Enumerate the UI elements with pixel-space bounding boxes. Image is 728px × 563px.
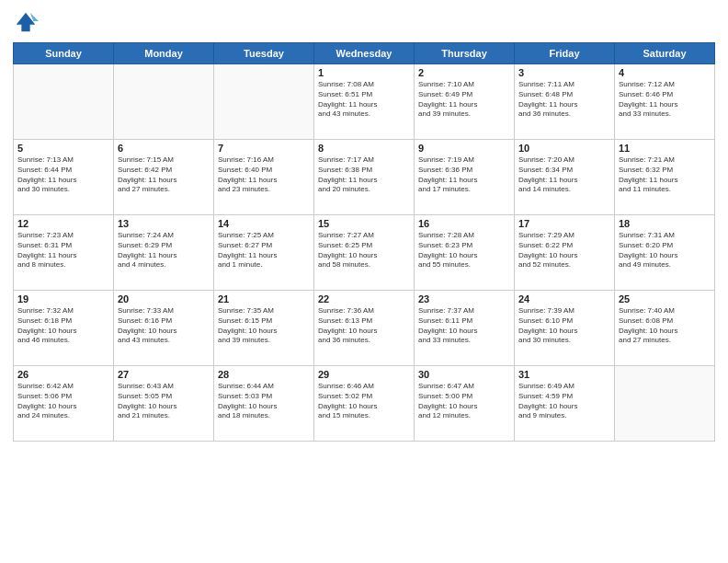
day-cell: 17Sunrise: 7:29 AM Sunset: 6:22 PM Dayli… [515, 215, 615, 291]
week-row-4: 26Sunrise: 6:42 AM Sunset: 5:06 PM Dayli… [14, 366, 715, 442]
day-number: 12 [17, 218, 109, 229]
day-info: Sunrise: 7:20 AM Sunset: 6:34 PM Dayligh… [518, 155, 610, 195]
day-number: 21 [218, 293, 310, 304]
day-cell: 19Sunrise: 7:32 AM Sunset: 6:18 PM Dayli… [14, 291, 114, 366]
day-cell: 22Sunrise: 7:36 AM Sunset: 6:13 PM Dayli… [314, 291, 415, 366]
day-cell: 28Sunrise: 6:44 AM Sunset: 5:03 PM Dayli… [214, 366, 314, 442]
day-cell: 12Sunrise: 7:23 AM Sunset: 6:31 PM Dayli… [14, 215, 114, 291]
day-info: Sunrise: 6:49 AM Sunset: 4:59 PM Dayligh… [518, 382, 610, 421]
day-info: Sunrise: 7:27 AM Sunset: 6:25 PM Dayligh… [318, 231, 410, 270]
day-info: Sunrise: 7:17 AM Sunset: 6:38 PM Dayligh… [318, 155, 410, 195]
day-cell: 18Sunrise: 7:31 AM Sunset: 6:20 PM Dayli… [615, 215, 715, 291]
week-row-2: 12Sunrise: 7:23 AM Sunset: 6:31 PM Dayli… [14, 215, 715, 291]
day-number: 2 [418, 67, 510, 78]
day-number: 15 [318, 218, 410, 229]
day-number: 19 [17, 293, 109, 304]
day-cell: 10Sunrise: 7:20 AM Sunset: 6:34 PM Dayli… [515, 140, 615, 215]
day-number: 1 [318, 67, 410, 78]
day-info: Sunrise: 7:12 AM Sunset: 6:46 PM Dayligh… [619, 80, 711, 120]
day-cell: 13Sunrise: 7:24 AM Sunset: 6:29 PM Dayli… [114, 215, 214, 291]
day-info: Sunrise: 7:28 AM Sunset: 6:23 PM Dayligh… [418, 231, 510, 270]
day-info: Sunrise: 6:47 AM Sunset: 5:00 PM Dayligh… [418, 382, 510, 421]
day-number: 28 [218, 369, 310, 380]
header-cell-friday: Friday [515, 43, 615, 64]
day-info: Sunrise: 7:23 AM Sunset: 6:31 PM Dayligh… [17, 231, 109, 270]
day-cell [615, 366, 715, 442]
day-cell: 1Sunrise: 7:08 AM Sunset: 6:51 PM Daylig… [314, 64, 415, 140]
day-cell: 11Sunrise: 7:21 AM Sunset: 6:32 PM Dayli… [615, 140, 715, 215]
day-cell: 31Sunrise: 6:49 AM Sunset: 4:59 PM Dayli… [515, 366, 615, 442]
day-cell: 8Sunrise: 7:17 AM Sunset: 6:38 PM Daylig… [314, 140, 415, 215]
day-info: Sunrise: 6:44 AM Sunset: 5:03 PM Dayligh… [218, 382, 310, 421]
day-cell: 21Sunrise: 7:35 AM Sunset: 6:15 PM Dayli… [214, 291, 314, 366]
header-cell-sunday: Sunday [14, 43, 114, 64]
day-number: 30 [418, 369, 510, 380]
day-info: Sunrise: 7:40 AM Sunset: 6:08 PM Dayligh… [619, 306, 711, 346]
day-info: Sunrise: 7:21 AM Sunset: 6:32 PM Dayligh… [619, 155, 711, 195]
day-info: Sunrise: 6:43 AM Sunset: 5:05 PM Dayligh… [118, 382, 210, 421]
day-number: 29 [318, 369, 410, 380]
header-cell-saturday: Saturday [615, 43, 715, 64]
day-info: Sunrise: 7:39 AM Sunset: 6:10 PM Dayligh… [518, 306, 610, 346]
day-number: 9 [418, 143, 510, 154]
day-number: 8 [318, 143, 410, 154]
day-info: Sunrise: 6:42 AM Sunset: 5:06 PM Dayligh… [17, 382, 109, 421]
day-cell: 14Sunrise: 7:25 AM Sunset: 6:27 PM Dayli… [214, 215, 314, 291]
day-number: 11 [619, 143, 711, 154]
day-info: Sunrise: 7:24 AM Sunset: 6:29 PM Dayligh… [118, 231, 210, 270]
day-number: 16 [418, 218, 510, 229]
day-cell: 7Sunrise: 7:16 AM Sunset: 6:40 PM Daylig… [214, 140, 314, 215]
header [13, 9, 715, 35]
day-info: Sunrise: 7:35 AM Sunset: 6:15 PM Dayligh… [218, 306, 310, 346]
day-cell: 29Sunrise: 6:46 AM Sunset: 5:02 PM Dayli… [314, 366, 415, 442]
day-cell [14, 64, 114, 140]
week-row-0: 1Sunrise: 7:08 AM Sunset: 6:51 PM Daylig… [14, 64, 715, 140]
day-number: 3 [518, 67, 610, 78]
day-cell: 20Sunrise: 7:33 AM Sunset: 6:16 PM Dayli… [114, 291, 214, 366]
week-row-3: 19Sunrise: 7:32 AM Sunset: 6:18 PM Dayli… [14, 291, 715, 366]
day-info: Sunrise: 7:36 AM Sunset: 6:13 PM Dayligh… [318, 306, 410, 346]
week-row-1: 5Sunrise: 7:13 AM Sunset: 6:44 PM Daylig… [14, 140, 715, 215]
day-number: 7 [218, 143, 310, 154]
header-cell-monday: Monday [114, 43, 214, 64]
day-cell: 5Sunrise: 7:13 AM Sunset: 6:44 PM Daylig… [14, 140, 114, 215]
day-info: Sunrise: 7:29 AM Sunset: 6:22 PM Dayligh… [518, 231, 610, 270]
day-number: 13 [118, 218, 210, 229]
day-cell: 3Sunrise: 7:11 AM Sunset: 6:48 PM Daylig… [515, 64, 615, 140]
day-number: 17 [518, 218, 610, 229]
day-info: Sunrise: 7:11 AM Sunset: 6:48 PM Dayligh… [518, 80, 610, 120]
day-cell: 6Sunrise: 7:15 AM Sunset: 6:42 PM Daylig… [114, 140, 214, 215]
logo [13, 9, 42, 35]
day-cell: 26Sunrise: 6:42 AM Sunset: 5:06 PM Dayli… [14, 366, 114, 442]
day-cell [214, 64, 314, 140]
day-info: Sunrise: 6:46 AM Sunset: 5:02 PM Dayligh… [318, 382, 410, 421]
header-row: SundayMondayTuesdayWednesdayThursdayFrid… [14, 43, 715, 64]
day-number: 31 [518, 369, 610, 380]
day-info: Sunrise: 7:31 AM Sunset: 6:20 PM Dayligh… [619, 231, 711, 270]
header-cell-wednesday: Wednesday [314, 43, 415, 64]
day-info: Sunrise: 7:15 AM Sunset: 6:42 PM Dayligh… [118, 155, 210, 195]
day-info: Sunrise: 7:10 AM Sunset: 6:49 PM Dayligh… [418, 80, 510, 120]
day-info: Sunrise: 7:37 AM Sunset: 6:11 PM Dayligh… [418, 306, 510, 346]
day-number: 24 [518, 293, 610, 304]
day-number: 5 [17, 143, 109, 154]
day-info: Sunrise: 7:13 AM Sunset: 6:44 PM Dayligh… [17, 155, 109, 195]
calendar-table: SundayMondayTuesdayWednesdayThursdayFrid… [13, 42, 715, 442]
day-cell: 25Sunrise: 7:40 AM Sunset: 6:08 PM Dayli… [615, 291, 715, 366]
day-info: Sunrise: 7:19 AM Sunset: 6:36 PM Dayligh… [418, 155, 510, 195]
day-number: 27 [118, 369, 210, 380]
logo-icon [13, 9, 39, 35]
day-cell: 4Sunrise: 7:12 AM Sunset: 6:46 PM Daylig… [615, 64, 715, 140]
day-cell: 23Sunrise: 7:37 AM Sunset: 6:11 PM Dayli… [415, 291, 515, 366]
day-number: 25 [619, 293, 711, 304]
day-cell: 9Sunrise: 7:19 AM Sunset: 6:36 PM Daylig… [415, 140, 515, 215]
calendar-header: SundayMondayTuesdayWednesdayThursdayFrid… [14, 43, 715, 64]
day-cell: 30Sunrise: 6:47 AM Sunset: 5:00 PM Dayli… [415, 366, 515, 442]
header-cell-thursday: Thursday [415, 43, 515, 64]
day-number: 22 [318, 293, 410, 304]
day-number: 10 [518, 143, 610, 154]
day-cell [114, 64, 214, 140]
day-number: 20 [118, 293, 210, 304]
day-info: Sunrise: 7:33 AM Sunset: 6:16 PM Dayligh… [118, 306, 210, 346]
day-number: 26 [17, 369, 109, 380]
